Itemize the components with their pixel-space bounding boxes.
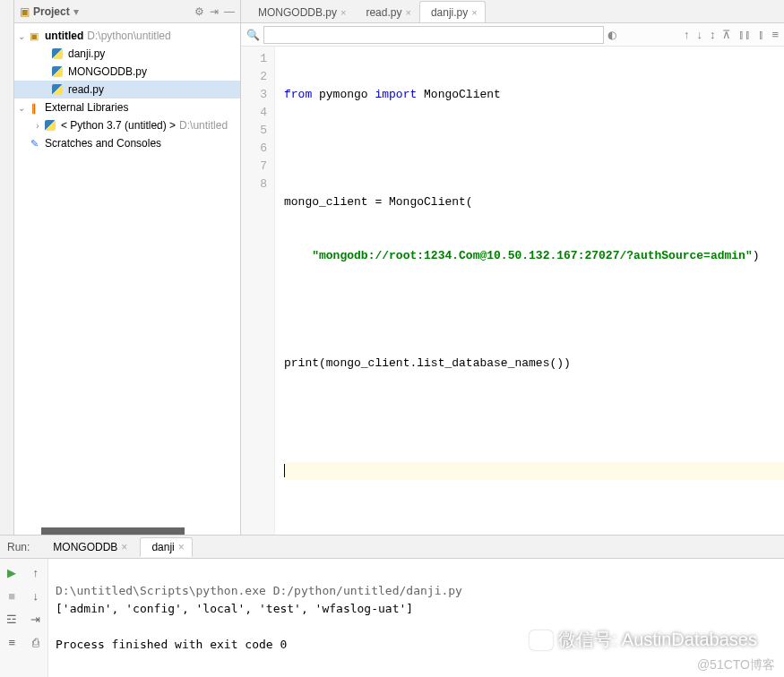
words-icon[interactable]: ⫿⫿ bbox=[738, 28, 751, 41]
code-lines[interactable]: from pymongo import MongoClient mongo_cl… bbox=[275, 47, 784, 535]
scratch-icon: ✎ bbox=[27, 136, 41, 150]
down-button[interactable]: ↓ bbox=[28, 587, 44, 604]
line-num: 4 bbox=[241, 104, 267, 122]
search-icon: 🔍 bbox=[246, 29, 260, 41]
python-file-icon bbox=[50, 64, 65, 79]
run-tab-label: MONGODDB bbox=[53, 541, 117, 553]
tree-scratches[interactable]: ✎ Scratches and Consoles bbox=[14, 134, 240, 152]
code-line: print(mongo_client.list_database_names()… bbox=[284, 355, 784, 373]
tree-file[interactable]: read.py bbox=[14, 81, 240, 99]
run-tab[interactable]: danji × bbox=[140, 537, 192, 557]
close-icon[interactable]: × bbox=[340, 7, 346, 18]
env-path: D:\untitled bbox=[179, 119, 228, 132]
run-label: Run: bbox=[7, 541, 30, 553]
run-tool-window: Run: MONGODDB × danji × ▶ ■ ☲ ≡ ↑ ↓ ⇥ ⎙ bbox=[0, 535, 784, 677]
regex-icon[interactable]: ⫿ bbox=[758, 28, 764, 41]
hide-icon[interactable]: — bbox=[224, 5, 235, 18]
editor-search-bar: 🔍 ◐ ↑ ↓ ↕ ⊼ ⫿⫿ ⫿ ≡ bbox=[241, 23, 784, 47]
code-editor[interactable]: 1 2 3 4 5 6 7 8 from pymongo import Mong… bbox=[241, 47, 784, 535]
project-sidebar: ▣ Project ▾ ⚙ ⇥ — ⌄ ▣ untitled D:\python… bbox=[14, 0, 241, 535]
editor-tab[interactable]: danji.py × bbox=[419, 1, 486, 22]
sidebar-header: ▣ Project ▾ ⚙ ⇥ — bbox=[14, 0, 240, 23]
tab-label: MONGODDB.py bbox=[258, 6, 337, 19]
code-line: mongo_client = MongoClient( bbox=[284, 193, 784, 211]
code-line-current bbox=[284, 462, 784, 480]
editor-tab[interactable]: MONGODDB.py × bbox=[246, 1, 354, 22]
chevron-down-icon[interactable]: ⌄ bbox=[16, 103, 27, 113]
next-match-icon[interactable]: ↓ bbox=[696, 28, 702, 41]
console-command: D:\untitled\Scripts\python.exe D:/python… bbox=[56, 584, 462, 597]
folder-icon: ▣ bbox=[20, 5, 30, 18]
layout-button[interactable]: ☲ bbox=[4, 611, 20, 627]
console-result: ['admin', 'config', 'local', 'test', 'wf… bbox=[56, 602, 413, 615]
code-line bbox=[284, 408, 784, 426]
tab-label: read.py bbox=[366, 6, 401, 19]
sidebar-title: Project bbox=[33, 5, 70, 18]
tree-root[interactable]: ⌄ ▣ untitled D:\python\untitled bbox=[14, 27, 240, 45]
close-icon[interactable]: × bbox=[471, 7, 477, 18]
tab-label: danji.py bbox=[431, 6, 468, 19]
dropdown-icon[interactable]: ▾ bbox=[73, 5, 79, 18]
project-tree: ⌄ ▣ untitled D:\python\untitled danji.py… bbox=[14, 23, 240, 527]
editor-area: MONGODDB.py × read.py × danji.py × 🔍 ◐ ↑… bbox=[241, 0, 784, 535]
chevron-down-icon[interactable]: ⌄ bbox=[16, 31, 27, 41]
tree-file[interactable]: MONGODDB.py bbox=[14, 63, 240, 81]
horizontal-scrollbar[interactable] bbox=[41, 527, 185, 535]
rerun-button[interactable]: ▶ bbox=[4, 564, 20, 580]
file-label: danji.py bbox=[68, 47, 105, 60]
tree-python-env[interactable]: › < Python 3.7 (untitled) > D:\untitled bbox=[14, 116, 240, 134]
code-line bbox=[284, 301, 784, 319]
line-num: 8 bbox=[241, 176, 267, 193]
close-icon[interactable]: × bbox=[405, 7, 410, 18]
console-output[interactable]: D:\untitled\Scripts\python.exe D:/python… bbox=[48, 559, 784, 677]
env-label: < Python 3.7 (untitled) > bbox=[61, 119, 176, 132]
root-name: untitled bbox=[45, 30, 83, 42]
folder-icon: ▣ bbox=[27, 29, 41, 43]
root-path: D:\python\untitled bbox=[87, 30, 170, 42]
close-icon[interactable]: × bbox=[121, 541, 127, 553]
gear-icon[interactable]: ⚙ bbox=[194, 5, 204, 18]
editor-tabs: MONGODDB.py × read.py × danji.py × bbox=[241, 0, 784, 23]
collapse-icon[interactable]: ⇥ bbox=[210, 5, 219, 18]
search-input[interactable] bbox=[263, 26, 604, 44]
settings-button[interactable]: ≡ bbox=[4, 634, 20, 650]
code-line: "mongodb://root:1234.Com@10.50.132.167:2… bbox=[284, 247, 784, 265]
tool-window-strip[interactable] bbox=[0, 0, 14, 535]
line-num: 7 bbox=[241, 158, 267, 176]
prev-match-icon[interactable]: ↑ bbox=[684, 28, 690, 41]
line-gutter: 1 2 3 4 5 6 7 8 bbox=[241, 47, 275, 535]
run-toolbar: ▶ ■ ☲ ≡ ↑ ↓ ⇥ ⎙ bbox=[0, 559, 48, 677]
line-num: 5 bbox=[241, 122, 267, 140]
line-num: 3 bbox=[241, 86, 267, 104]
line-num: 1 bbox=[241, 50, 267, 68]
chevron-right-icon[interactable]: › bbox=[32, 121, 43, 131]
python-file-icon bbox=[50, 82, 65, 97]
run-tab[interactable]: MONGODDB × bbox=[42, 538, 134, 556]
print-button[interactable]: ⎙ bbox=[28, 634, 44, 650]
python-file-icon bbox=[50, 47, 65, 61]
wrap-button[interactable]: ⇥ bbox=[28, 611, 44, 627]
tree-external-libs[interactable]: ⌄ External Libraries bbox=[14, 99, 240, 116]
stop-button[interactable]: ■ bbox=[4, 587, 20, 604]
line-num: 2 bbox=[241, 68, 267, 86]
run-header: Run: MONGODDB × danji × bbox=[0, 536, 784, 559]
line-num: 6 bbox=[241, 140, 267, 158]
pin-icon[interactable]: ⊼ bbox=[722, 28, 731, 41]
tree-file[interactable]: danji.py bbox=[14, 45, 240, 63]
scratches-label: Scratches and Consoles bbox=[45, 137, 161, 150]
code-line bbox=[284, 140, 784, 158]
library-icon bbox=[27, 100, 41, 115]
external-label: External Libraries bbox=[45, 101, 128, 114]
close-icon[interactable]: × bbox=[178, 541, 185, 553]
settings-icon[interactable]: ≡ bbox=[771, 28, 779, 41]
match-case-icon[interactable]: ↕ bbox=[710, 28, 716, 41]
credit-text: @51CTO博客 bbox=[697, 657, 775, 673]
python-icon bbox=[43, 118, 57, 133]
editor-tab[interactable]: read.py × bbox=[354, 1, 418, 22]
console-exit: Process finished with exit code 0 bbox=[56, 638, 287, 651]
text-cursor bbox=[284, 464, 285, 477]
file-label: MONGODDB.py bbox=[68, 65, 147, 78]
up-button[interactable]: ↑ bbox=[28, 564, 44, 580]
options-icon[interactable]: ◐ bbox=[607, 29, 616, 41]
run-tab-label: danji bbox=[151, 541, 174, 553]
